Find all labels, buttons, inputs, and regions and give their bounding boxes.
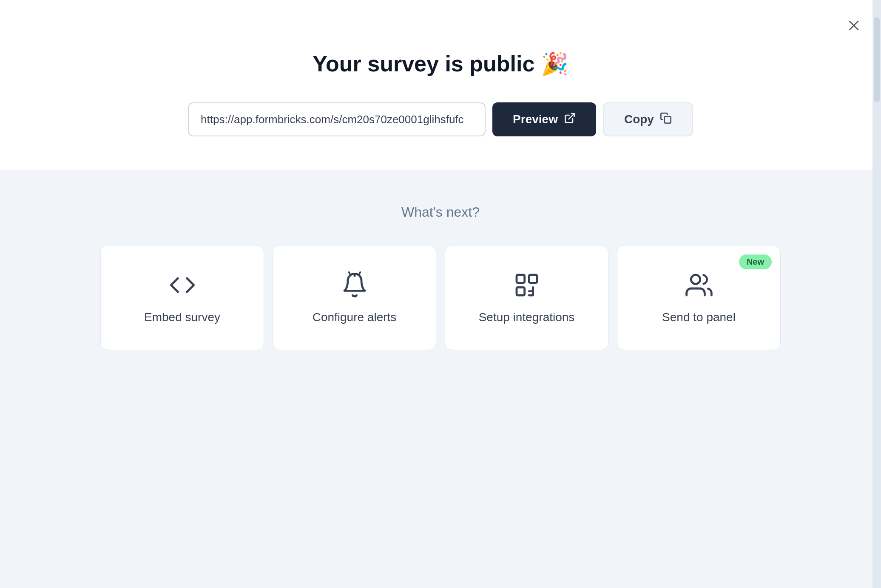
preview-button[interactable]: Preview [492, 102, 596, 136]
svg-point-10 [691, 275, 700, 284]
people-icon [685, 271, 713, 299]
cards-row: Embed survey Configure alerts [100, 246, 781, 350]
send-to-panel-label: Send to panel [662, 311, 736, 324]
send-to-panel-card[interactable]: New Send to panel [617, 246, 781, 350]
svg-rect-7 [517, 275, 525, 283]
top-section: Your survey is public 🎉 Preview Copy [0, 0, 881, 170]
bottom-section: What's next? Embed survey [0, 170, 881, 588]
copy-label: Copy [624, 113, 654, 126]
integrations-icon [513, 271, 540, 299]
modal-container: Your survey is public 🎉 Preview Copy [0, 0, 881, 588]
embed-survey-label: Embed survey [144, 311, 220, 324]
setup-integrations-card[interactable]: Setup integrations [445, 246, 608, 350]
bell-icon [341, 271, 368, 299]
svg-line-2 [569, 113, 574, 119]
scrollbar[interactable] [872, 0, 881, 588]
code-icon [169, 271, 196, 299]
copy-button[interactable]: Copy [603, 102, 693, 136]
svg-line-6 [359, 272, 360, 274]
setup-integrations-label: Setup integrations [479, 311, 575, 324]
svg-rect-9 [517, 287, 525, 295]
svg-line-5 [349, 272, 350, 274]
embed-survey-card[interactable]: Embed survey [100, 246, 264, 350]
url-bar: Preview Copy [188, 102, 693, 136]
survey-url-input[interactable] [188, 102, 486, 136]
new-badge: New [739, 254, 772, 269]
preview-label: Preview [513, 113, 558, 126]
svg-rect-8 [529, 275, 537, 283]
external-link-icon [564, 112, 576, 127]
svg-rect-3 [664, 116, 671, 123]
copy-icon [660, 112, 672, 127]
close-button[interactable] [844, 15, 864, 36]
scrollbar-thumb [874, 17, 880, 102]
configure-alerts-card[interactable]: Configure alerts [273, 246, 436, 350]
whats-next-label: What's next? [401, 204, 480, 220]
modal-title: Your survey is public 🎉 [313, 51, 568, 77]
configure-alerts-label: Configure alerts [313, 311, 397, 324]
